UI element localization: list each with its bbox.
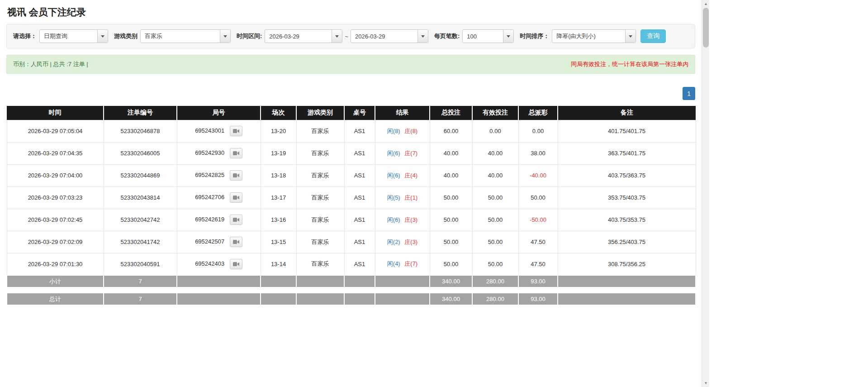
chevron-down-icon[interactable] (503, 30, 513, 43)
result-player: 闲(2) (387, 239, 400, 245)
result-player: 闲(6) (387, 150, 400, 157)
video-replay-icon (233, 151, 239, 156)
result-banker: 庄(8) (404, 128, 417, 134)
cell-total-bet[interactable]: 50.00 (430, 253, 472, 275)
pagination: 1 (6, 87, 695, 100)
cell-session: 13-19 (261, 142, 296, 164)
cell-session: 13-18 (261, 164, 296, 186)
empty-cell (177, 275, 261, 287)
cell-bet-id: 523302041742 (104, 231, 177, 253)
round-detail-button[interactable] (230, 259, 242, 269)
chevron-down-icon[interactable] (97, 30, 108, 43)
cell-payout: 0.00 (518, 120, 558, 142)
date-from-input[interactable]: 2026-03-29 (265, 29, 342, 43)
date-from-value: 2026-03-29 (265, 30, 332, 43)
col-header-total-bet: 总投注 (430, 106, 472, 120)
round-detail-button[interactable] (230, 215, 242, 225)
result-player: 闲(5) (387, 194, 400, 201)
table-row: 2026-03-29 07:02:45 523302042742 6952426… (7, 209, 696, 231)
cell-total-bet[interactable]: 50.00 (430, 231, 472, 253)
col-header-bet-id: 注单编号 (104, 106, 177, 120)
cell-game-type: 百家乐 (296, 186, 344, 209)
table-row: 2026-03-29 07:04:35 523302046005 6952429… (7, 142, 696, 164)
cell-time: 2026-03-29 07:02:09 (7, 231, 104, 253)
page: 视讯 会员下注纪录 请选择： 日期查询 游戏类别 百家乐 时间区间: 2026-… (0, 0, 702, 306)
page-size-select[interactable]: 100 (462, 29, 514, 43)
col-header-valid-bet: 有效投注 (472, 106, 518, 120)
chevron-down-icon[interactable] (332, 30, 342, 43)
cell-game-type: 百家乐 (296, 231, 344, 253)
cell-time: 2026-03-29 07:04:35 (7, 142, 104, 164)
game-type-label: 游戏类别 (114, 32, 138, 40)
game-type-select[interactable]: 百家乐 (140, 29, 231, 43)
round-number: 695243001 (195, 127, 224, 134)
page-1-button[interactable]: 1 (683, 87, 695, 100)
cell-payout: 50.00 (518, 186, 558, 209)
page-title: 视讯 会员下注纪录 (6, 0, 695, 24)
video-replay-icon (233, 262, 239, 267)
table-row: 2026-03-29 07:05:04 523302046878 6952430… (7, 120, 696, 142)
total-row: 总计 7 340.00 280.00 93.00 (7, 293, 696, 305)
scrollbar-thumb[interactable] (703, 8, 709, 48)
video-replay-icon (233, 129, 239, 134)
cell-valid-bet: 0.00 (472, 120, 518, 142)
filter-bar: 请选择： 日期查询 游戏类别 百家乐 时间区间: 2026-03-29 ~ 20… (6, 24, 695, 48)
search-button[interactable]: 查询 (640, 29, 666, 43)
round-detail-button[interactable] (230, 148, 242, 158)
round-detail-button[interactable] (230, 170, 242, 181)
chevron-down-icon[interactable] (220, 30, 230, 43)
empty-cell (261, 275, 296, 287)
table-row: 2026-03-29 07:02:09 523302041742 6952425… (7, 231, 696, 253)
cell-valid-bet: 50.00 (472, 186, 518, 209)
cell-note: 363.75/401.75 (558, 142, 696, 164)
cell-result: 闲(5) 庄(1) (375, 186, 430, 209)
subtotal-label: 小计 (7, 275, 104, 287)
query-type-select[interactable]: 日期查询 (39, 29, 108, 43)
cell-table-no: AS1 (344, 164, 375, 186)
cell-result: 闲(4) 庄(7) (375, 253, 430, 275)
cell-total-bet[interactable]: 50.00 (430, 209, 472, 231)
col-header-round: 局号 (177, 106, 261, 120)
chevron-down-icon[interactable] (417, 30, 428, 43)
round-number: 695242825 (195, 172, 224, 178)
cell-total-bet[interactable]: 60.00 (430, 120, 472, 142)
cell-payout: 38.00 (518, 142, 558, 164)
cell-total-bet[interactable]: 40.00 (430, 142, 472, 164)
round-number: 695242706 (195, 194, 224, 201)
empty-cell (177, 293, 261, 305)
round-number: 695242507 (195, 238, 224, 245)
cell-game-type: 百家乐 (296, 209, 344, 231)
time-range-label: 时间区间: (237, 32, 262, 40)
cell-valid-bet: 50.00 (472, 209, 518, 231)
cell-round: 695242403 (177, 253, 261, 275)
vertical-scrollbar[interactable]: ▲ ▼ (702, 0, 709, 387)
scroll-up-icon[interactable]: ▲ (702, 0, 710, 8)
page-size-label: 每页笔数: (434, 32, 460, 40)
cell-time: 2026-03-29 07:05:04 (7, 120, 104, 142)
result-player: 闲(4) (387, 260, 400, 267)
valid-bet-notice-text: 同局有效投注，统一计算在该局第一张注单内 (571, 60, 688, 68)
currency-summary-text: 币别：人民币 | 总共 :7 注单 | (13, 60, 88, 68)
cell-table-no: AS1 (344, 142, 375, 164)
round-detail-button[interactable] (230, 192, 242, 203)
cell-total-bet[interactable]: 40.00 (430, 164, 472, 186)
video-replay-icon (233, 173, 239, 178)
cell-bet-id: 523302046005 (104, 142, 177, 164)
date-to-input[interactable]: 2026-03-29 (351, 29, 428, 43)
sort-order-select[interactable]: 降幂(由大到小) (552, 29, 636, 43)
chevron-down-icon[interactable] (625, 30, 636, 43)
round-detail-button[interactable] (230, 126, 242, 136)
scroll-down-icon[interactable]: ▼ (702, 379, 710, 387)
cell-valid-bet: 50.00 (472, 231, 518, 253)
result-player: 闲(8) (387, 128, 400, 134)
query-type-value: 日期查询 (40, 30, 97, 43)
footer-spacer (7, 287, 696, 293)
cell-payout: -50.00 (518, 209, 558, 231)
result-banker: 庄(3) (404, 216, 417, 223)
cell-table-no: AS1 (344, 231, 375, 253)
col-header-result: 结果 (375, 106, 430, 120)
cell-session: 13-16 (261, 209, 296, 231)
cell-result: 闲(6) 庄(4) (375, 164, 430, 186)
round-detail-button[interactable] (230, 237, 242, 247)
cell-total-bet[interactable]: 50.00 (430, 186, 472, 209)
